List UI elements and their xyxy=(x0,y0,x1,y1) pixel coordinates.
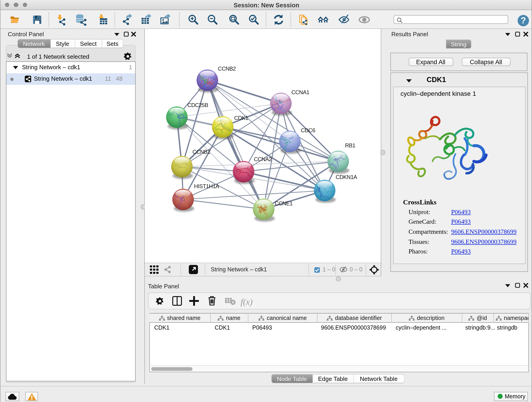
svg-text:f(x): f(x) xyxy=(240,297,253,307)
svg-text:CDKN1A: CDKN1A xyxy=(336,174,357,180)
svg-text:CCNE1: CCNE1 xyxy=(274,200,292,206)
svg-text:CCNB2: CCNB2 xyxy=(218,65,235,72)
svg-text:CCNA2: CCNA2 xyxy=(254,156,272,162)
svg-text:CCNB1: CCNB1 xyxy=(192,149,210,155)
svg-text:CDC6: CDC6 xyxy=(301,127,315,133)
svg-text:CDC25B: CDC25B xyxy=(187,102,208,108)
svg-text:CDK1: CDK1 xyxy=(234,115,248,121)
svg-text:CCNA1: CCNA1 xyxy=(291,89,309,95)
svg-text:HIST1H1A: HIST1H1A xyxy=(194,183,219,189)
svg-text:?: ? xyxy=(520,15,526,25)
svg-text:RB1: RB1 xyxy=(345,142,355,148)
